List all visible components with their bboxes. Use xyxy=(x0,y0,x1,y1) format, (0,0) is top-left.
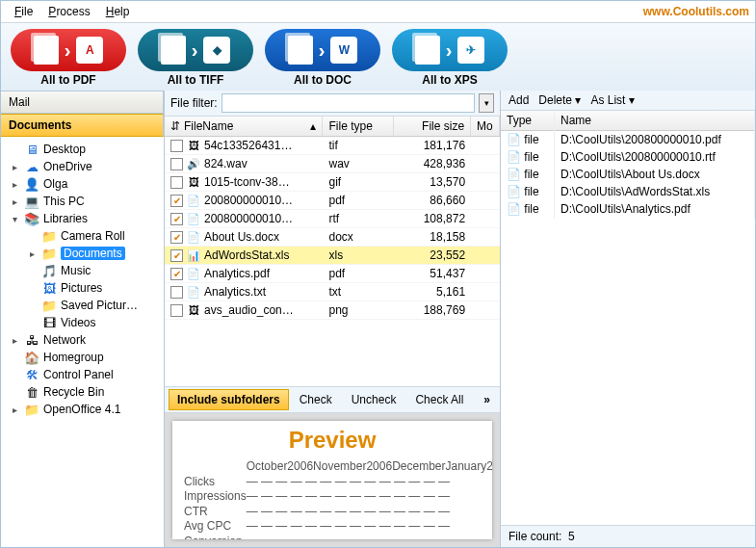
file-checkbox[interactable]: ✔ xyxy=(170,195,183,207)
file-filter-bar: File filter: ▾ xyxy=(165,91,500,117)
tree-twisty[interactable]: ▸ xyxy=(26,248,38,259)
toolbar-button-all-to-xps[interactable]: ›✈ All to XPS xyxy=(392,29,508,87)
folder-icon: 📚 xyxy=(24,211,39,226)
tree-node-music[interactable]: 🎵 Music xyxy=(3,262,162,279)
output-row[interactable]: 📄 file D:\CoolUtils\About Us.docx xyxy=(501,166,755,183)
preview-title: Preview xyxy=(184,427,481,454)
file-checkbox[interactable] xyxy=(170,304,183,317)
tree-node-videos[interactable]: 🎞 Videos xyxy=(3,314,162,331)
tree-node-network[interactable]: ▸ 🖧 Network xyxy=(3,331,162,349)
check-button[interactable]: Check xyxy=(291,389,341,410)
preview-content: October2006November2006DecemberJanuary20… xyxy=(184,459,481,539)
tree-twisty[interactable]: ▸ xyxy=(9,404,20,415)
file-icon: 📊 xyxy=(187,248,200,262)
output-row[interactable]: 📄 file D:\CoolUtils\200800000010.rtf xyxy=(501,148,755,166)
file-row[interactable]: 🖼1015-tconv-38… gif 13,570 xyxy=(165,173,500,192)
tree-node-openoffice-4-1[interactable]: ▸ 📁 OpenOffice 4.1 xyxy=(3,401,162,418)
folder-tree[interactable]: 🖥 Desktop ▸ ☁ OneDrive ▸ 👤 Olga ▸ 💻 This… xyxy=(1,137,164,547)
sidebar: Mail Documents 🖥 Desktop ▸ ☁ OneDrive ▸ … xyxy=(1,91,165,547)
file-row[interactable]: ✔📄200800000010… rtf 108,872 xyxy=(165,210,500,228)
toolbar-button-all-to-tiff[interactable]: ›◆ All to TIFF xyxy=(138,29,253,87)
tree-node-camera-roll[interactable]: 📁 Camera Roll xyxy=(3,227,162,245)
output-list[interactable]: Type Name 📄 file D:\CoolUtils\2008000000… xyxy=(501,111,755,525)
file-row[interactable]: ✔📄About Us.docx docx 18,158 xyxy=(165,228,500,247)
folder-icon: ☁ xyxy=(24,159,39,174)
menu-process[interactable]: Process xyxy=(40,3,97,20)
brand-link[interactable]: www.Coolutils.com xyxy=(643,5,749,18)
col-type[interactable]: Type xyxy=(501,111,555,130)
file-checkbox[interactable]: ✔ xyxy=(170,249,183,262)
folder-icon: 🏠 xyxy=(24,350,39,365)
aslist-button[interactable]: As List ▾ xyxy=(590,93,634,107)
file-icon: 🖼 xyxy=(187,139,200,152)
file-row[interactable]: ✔📄Analytics.pdf pdf 51,437 xyxy=(165,265,500,283)
file-icon: 📄 xyxy=(187,285,200,299)
file-icon: 📄 xyxy=(507,133,521,146)
file-row[interactable]: ✔📄200800000010… pdf 86,660 xyxy=(165,192,500,210)
tree-node-desktop[interactable]: 🖥 Desktop xyxy=(3,141,162,158)
sidebar-tab-documents[interactable]: Documents xyxy=(1,114,164,137)
tree-node-documents[interactable]: ▸ 📁 Documents xyxy=(3,245,162,262)
file-filter-input[interactable] xyxy=(222,93,475,113)
col-name[interactable]: Name xyxy=(555,111,755,130)
file-checkbox[interactable] xyxy=(170,176,183,189)
file-row[interactable]: ✔📊AdWordsStat.xls xls 23,552 xyxy=(165,247,500,265)
toolbar-button-all-to-pdf[interactable]: ›A All to PDF xyxy=(11,29,126,87)
file-row[interactable]: 📄Analytics.txt txt 5,161 xyxy=(165,283,500,301)
output-row[interactable]: 📄 file D:\CoolUtils\AdWordsStat.xls xyxy=(501,183,755,200)
tree-twisty[interactable]: ▸ xyxy=(9,162,20,172)
tree-node-recycle-bin[interactable]: 🗑 Recycle Bin xyxy=(3,383,162,401)
output-row[interactable]: 📄 file D:\CoolUtils\200800000010.pdf xyxy=(501,131,755,148)
folder-icon: 📁 xyxy=(41,246,57,261)
tree-node-onedrive[interactable]: ▸ ☁ OneDrive xyxy=(3,158,162,175)
file-checkbox[interactable]: ✔ xyxy=(170,231,183,244)
tree-node-olga[interactable]: ▸ 👤 Olga xyxy=(3,175,162,193)
file-list-header: ⇵FileName▴ File type File size Mo xyxy=(165,117,500,137)
output-panel: Add Delete ▾ As List ▾ Type Name 📄 file … xyxy=(501,91,755,547)
output-toolbar: Add Delete ▾ As List ▾ xyxy=(501,91,755,111)
folder-icon: 🛠 xyxy=(24,367,39,382)
more-actions[interactable]: » xyxy=(478,393,496,406)
file-checkbox[interactable] xyxy=(170,140,183,152)
uncheck-button[interactable]: Uncheck xyxy=(343,389,405,410)
include-subfolders-button[interactable]: Include subfolders xyxy=(169,389,289,410)
file-icon: 📄 xyxy=(187,267,200,280)
col-modified[interactable]: Mo xyxy=(471,117,500,136)
check-all-button[interactable]: Check All xyxy=(406,389,472,410)
menu-help[interactable]: Help xyxy=(98,3,138,20)
file-row[interactable]: 🔊824.wav wav 428,936 xyxy=(165,155,500,173)
col-filename[interactable]: ⇵FileName▴ xyxy=(165,117,323,136)
output-row[interactable]: 📄 file D:\CoolUtils\Analytics.pdf xyxy=(501,200,755,218)
tree-node-homegroup[interactable]: 🏠 Homegroup xyxy=(3,349,162,366)
col-filetype[interactable]: File type xyxy=(323,117,394,136)
add-button[interactable]: Add xyxy=(508,93,529,107)
tree-node-saved-pictur-[interactable]: 📁 Saved Pictur… xyxy=(3,297,162,314)
delete-button[interactable]: Delete ▾ xyxy=(538,93,581,107)
file-icon: 🔊 xyxy=(187,157,200,170)
file-checkbox[interactable] xyxy=(170,286,183,299)
file-list[interactable]: ⇵FileName▴ File type File size Mo 🖼54c13… xyxy=(165,117,500,386)
file-icon: 📄 xyxy=(507,202,521,216)
file-checkbox[interactable]: ✔ xyxy=(170,213,183,225)
tree-node-pictures[interactable]: 🖼 Pictures xyxy=(3,279,162,297)
file-filter-dropdown[interactable]: ▾ xyxy=(479,93,494,113)
tree-node-this-pc[interactable]: ▸ 💻 This PC xyxy=(3,193,162,210)
col-filesize[interactable]: File size xyxy=(394,117,471,136)
sidebar-tab-mail[interactable]: Mail xyxy=(1,91,164,114)
tree-twisty[interactable]: ▸ xyxy=(9,179,20,190)
file-row[interactable]: 🖼avs_audio_con… png 188,769 xyxy=(165,301,500,320)
menu-file[interactable]: File xyxy=(7,3,40,20)
folder-icon: 🎵 xyxy=(41,263,57,278)
folder-icon: 🖼 xyxy=(41,280,57,296)
file-checkbox[interactable]: ✔ xyxy=(170,268,183,280)
file-icon: 📄 xyxy=(187,230,200,244)
tree-node-libraries[interactable]: ▾ 📚 Libraries xyxy=(3,210,162,227)
tree-twisty[interactable]: ▸ xyxy=(9,196,20,207)
tree-twisty[interactable]: ▸ xyxy=(9,335,20,346)
file-row[interactable]: 🖼54c133526431… tif 181,176 xyxy=(165,137,500,155)
toolbar-button-all-to-doc[interactable]: ›W All to DOC xyxy=(265,29,380,87)
folder-icon: 💻 xyxy=(24,194,39,209)
file-checkbox[interactable] xyxy=(170,158,183,170)
tree-twisty[interactable]: ▾ xyxy=(9,214,20,224)
tree-node-control-panel[interactable]: 🛠 Control Panel xyxy=(3,366,162,383)
